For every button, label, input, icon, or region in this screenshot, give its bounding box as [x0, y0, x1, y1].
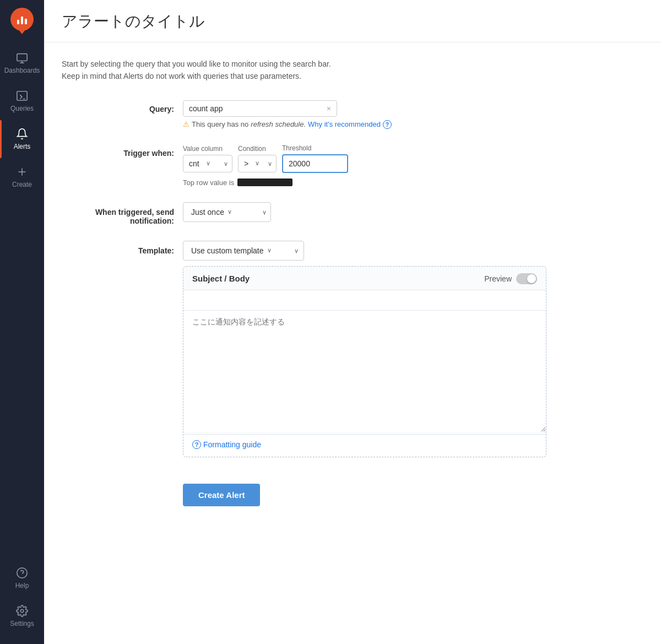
value-column-chevron: ∨: [206, 160, 210, 167]
condition-group: Condition > ∨: [238, 145, 277, 172]
sidebar-item-queries[interactable]: Queries: [0, 82, 44, 120]
sidebar-label-alerts: Alerts: [14, 143, 31, 150]
why-recommended-link[interactable]: Why it's recommended: [308, 120, 381, 128]
notification-field: Just once ∨: [183, 202, 643, 222]
notification-label: When triggered, send notification:: [62, 202, 183, 225]
threshold-group: Threshold: [282, 144, 348, 173]
subject-input[interactable]: [183, 290, 546, 311]
template-select[interactable]: Use custom template ∨: [183, 241, 304, 261]
monitor-icon: [16, 52, 28, 64]
condition-select[interactable]: > ∨: [238, 155, 277, 172]
notification-label-text: When triggered, send notification:: [95, 208, 174, 225]
preview-label: Preview: [484, 274, 512, 283]
notification-row: When triggered, send notification: Just …: [62, 202, 643, 225]
sidebar-nav: Dashboards Queries Alerts Create: [0, 39, 44, 559]
sidebar-label-dashboards: Dashboards: [4, 67, 40, 74]
template-label: Template:: [62, 241, 183, 255]
trigger-row: Trigger when: Value column cnt ∨: [62, 144, 643, 187]
threshold-label: Threshold: [282, 144, 348, 152]
svg-point-7: [17, 568, 27, 578]
query-label: Query:: [62, 100, 183, 113]
svg-rect-0: [17, 54, 27, 61]
threshold-input[interactable]: [282, 154, 348, 173]
logo-bars: [17, 14, 27, 24]
value-column-label: Value column: [183, 145, 232, 153]
template-row: Template: Use custom template ∨ Subject …: [62, 241, 643, 457]
logo-icon: [10, 8, 34, 31]
query-input-wrapper[interactable]: count app ×: [183, 100, 337, 117]
notification-value: Just once: [191, 208, 224, 217]
query-input-text: count app: [189, 104, 323, 113]
warning-icon: ⚠: [183, 120, 189, 128]
logo-bar-3: [25, 19, 27, 24]
value-column-value: cnt: [189, 159, 199, 168]
template-field: Use custom template ∨ Subject / Body Pre…: [183, 241, 643, 457]
page-body: Start by selecting the query that you wo…: [44, 42, 661, 644]
notification-chevron: ∨: [227, 208, 232, 215]
intro-line-1: Start by selecting the query that you wo…: [62, 59, 331, 68]
logo-bar-2: [21, 17, 23, 24]
condition-chevron: ∨: [255, 160, 259, 167]
create-alert-section: Create Alert: [62, 473, 643, 506]
value-column-select[interactable]: cnt ∨: [183, 155, 232, 172]
formatting-guide-link[interactable]: ? Formatting guide: [192, 440, 537, 449]
notification-select[interactable]: Just once ∨: [183, 202, 271, 222]
warning-text: ⚠ This query has no refresh schedule. Wh…: [183, 120, 643, 129]
page-title: アラートのタイトル: [62, 11, 643, 32]
sidebar-item-create[interactable]: Create: [0, 158, 44, 196]
trigger-inputs: Value column cnt ∨ Condition: [183, 144, 348, 173]
formatting-help-icon: ?: [192, 440, 201, 449]
intro-text: Start by selecting the query that you wo…: [62, 58, 643, 83]
sidebar-item-settings[interactable]: Settings: [0, 597, 44, 635]
page-header: アラートのタイトル: [44, 0, 661, 42]
condition-label: Condition: [238, 145, 277, 153]
main-content: アラートのタイトル Start by selecting the query t…: [44, 0, 661, 644]
plus-icon: [16, 166, 28, 178]
help-circle-icon[interactable]: ?: [383, 120, 392, 129]
template-select-wrapper: Use custom template ∨: [183, 241, 304, 261]
intro-line-2: Keep in mind that Alerts do not work wit…: [62, 72, 301, 80]
settings-icon: [16, 605, 28, 617]
sidebar-label-queries: Queries: [10, 105, 34, 112]
query-row: Query: count app × ⚠ This query has no r…: [62, 100, 643, 129]
preview-toggle[interactable]: [516, 273, 537, 284]
sidebar-bottom: Help Settings: [0, 559, 44, 644]
redacted-value: [237, 178, 292, 186]
svg-point-9: [20, 609, 24, 613]
body-textarea[interactable]: [183, 311, 546, 432]
formatting-guide-section: ? Formatting guide: [183, 434, 546, 457]
sidebar-item-alerts[interactable]: Alerts: [0, 120, 44, 158]
warning-italic: refresh schedule.: [251, 120, 306, 128]
top-row-value: Top row value is: [183, 178, 348, 187]
template-chevron: ∨: [267, 247, 272, 254]
query-clear-button[interactable]: ×: [327, 104, 331, 113]
template-editor-header: Subject / Body Preview: [183, 267, 546, 290]
condition-select-wrapper: > ∨: [238, 155, 277, 172]
trigger-label: Trigger when:: [62, 144, 183, 158]
warning-static: This query has no: [192, 120, 248, 128]
create-alert-button[interactable]: Create Alert: [183, 484, 260, 506]
sidebar-label-help: Help: [15, 582, 29, 589]
formatting-guide-text: Formatting guide: [203, 440, 261, 449]
preview-row: Preview: [484, 273, 537, 284]
trigger-fields: Value column cnt ∨ Condition: [183, 144, 348, 187]
notification-select-wrapper: Just once ∨: [183, 202, 271, 222]
sidebar-label-create: Create: [12, 181, 32, 188]
svg-rect-3: [17, 91, 27, 101]
top-row-label: Top row value is: [183, 178, 234, 187]
condition-value: >: [244, 159, 248, 168]
subject-body-label: Subject / Body: [192, 274, 250, 283]
query-field: count app × ⚠ This query has no refresh …: [183, 100, 643, 129]
logo-bar-1: [17, 20, 19, 24]
template-editor: Subject / Body Preview ? For: [183, 266, 546, 457]
toggle-knob: [527, 274, 536, 283]
sidebar-item-help[interactable]: Help: [0, 559, 44, 597]
sidebar: Dashboards Queries Alerts Create: [0, 0, 44, 644]
terminal-icon: [16, 90, 28, 102]
bell-icon: [16, 128, 28, 140]
sidebar-item-dashboards[interactable]: Dashboards: [0, 44, 44, 82]
help-icon: [16, 567, 28, 579]
sidebar-label-settings: Settings: [10, 620, 34, 627]
logo[interactable]: [0, 0, 44, 39]
template-value: Use custom template: [191, 246, 264, 255]
